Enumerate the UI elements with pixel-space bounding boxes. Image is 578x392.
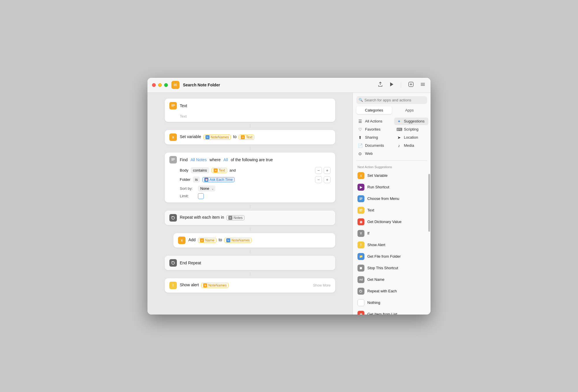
scripting-icon: ⌨ <box>397 127 402 132</box>
find-all-notes-chip[interactable]: All Notes <box>190 157 207 162</box>
suggestion-show-alert[interactable]: ! Show Alert <box>355 239 428 251</box>
choose-menu-sugg-label: Choose from Menu <box>367 196 399 201</box>
note-names-chip-2[interactable]: NNoteNames <box>224 238 252 243</box>
cond-1-actions: − + <box>315 167 331 174</box>
sort-label: Sort by: <box>180 186 196 191</box>
text-var-chip-1[interactable]: ≡Text <box>239 135 254 140</box>
text-var-chip-cond[interactable]: ≡Text <box>212 168 227 173</box>
suggestion-stop-shortcut[interactable]: ⏹ Stop This Shortcut <box>355 262 428 274</box>
run-button[interactable] <box>389 81 394 89</box>
cond-2-add-btn[interactable]: + <box>324 176 331 183</box>
repeat-icon <box>169 214 177 222</box>
cond-2-remove-btn[interactable]: − <box>315 176 322 183</box>
sidebar-item-location[interactable]: ➤ Location <box>394 134 429 141</box>
text-action-placeholder[interactable]: Text <box>165 113 335 122</box>
sidebar-item-documents[interactable]: 📄 Documents <box>355 142 390 149</box>
limit-toggle[interactable] <box>198 193 204 199</box>
connector-3 <box>165 205 335 208</box>
add-variable-label: Add xName to NNoteNames <box>188 237 252 243</box>
end-repeat-label: End Repeat <box>180 261 201 265</box>
cond-1-add-btn[interactable]: + <box>324 167 331 174</box>
suggestion-set-variable[interactable]: x Set Variable <box>355 170 428 181</box>
ask-each-time-chip[interactable]: ⏰Ask Each Time <box>202 177 235 182</box>
settings-button[interactable] <box>420 81 426 89</box>
minimize-button[interactable] <box>158 83 162 87</box>
connector-6 <box>165 272 335 276</box>
find-all-chip[interactable]: All <box>223 157 228 162</box>
sidebar-search-area <box>353 93 431 106</box>
suggestion-get-dict-value[interactable]: ◉ Get Dictionary Value <box>355 216 428 228</box>
all-actions-icon: ☰ <box>357 119 363 124</box>
maximize-button[interactable] <box>164 83 168 87</box>
cond-1-remove-btn[interactable]: − <box>315 167 322 174</box>
name-var-chip[interactable]: xName <box>198 238 216 243</box>
svg-rect-6 <box>171 159 175 160</box>
run-shortcut-sugg-label: Run Shortcut <box>367 185 389 189</box>
note-names-alert-chip[interactable]: NNoteNames <box>201 283 229 288</box>
sidebar-item-scripting[interactable]: ⌨ Scripting <box>394 126 429 133</box>
find-notes-title: Find All Notes where All of the followin… <box>180 157 273 162</box>
suggestion-get-file[interactable]: 📁 Get File from Folder <box>355 251 428 262</box>
text-action-title: Text <box>180 103 187 108</box>
suggestion-get-name[interactable]: Ad Get Name <box>355 274 428 285</box>
sidebar-item-media[interactable]: ♪ Media <box>394 142 429 149</box>
content-area: Text Text x Set variable NNoteNames <box>147 93 431 315</box>
sidebar-scrollbar[interactable] <box>428 162 430 315</box>
text-action-header: Text <box>165 99 335 113</box>
sort-select-wrap[interactable]: None <box>198 185 215 192</box>
sidebar-item-sharing[interactable]: ⬆ Sharing <box>355 134 390 141</box>
svg-rect-8 <box>360 198 362 198</box>
show-alert-sugg-label: Show Alert <box>367 243 385 247</box>
suggestion-nothing[interactable]: Nothing <box>355 297 428 309</box>
location-label: Location <box>404 135 418 140</box>
get-name-sugg-icon: Ad <box>357 276 364 283</box>
find-options: Sort by: None Limit: <box>180 185 331 199</box>
share-button[interactable] <box>377 81 384 89</box>
search-wrap <box>356 96 427 104</box>
close-button[interactable] <box>152 83 156 87</box>
tab-apps[interactable]: Apps <box>392 106 427 114</box>
suggestion-text[interactable]: Text <box>355 205 428 216</box>
suggestions-icon: ✦ <box>397 119 402 124</box>
cond-contains-btn[interactable]: contains <box>191 167 209 173</box>
sidebar-item-web[interactable]: ⊙ Web <box>355 150 390 157</box>
svg-rect-7 <box>171 160 174 161</box>
add-action-button[interactable] <box>407 81 414 89</box>
tab-categories[interactable]: Categories <box>356 106 392 114</box>
svg-rect-9 <box>360 198 362 199</box>
sort-row: Sort by: None <box>180 185 331 192</box>
documents-icon: 📄 <box>357 143 363 148</box>
suggestion-choose-menu[interactable]: Choose from Menu <box>355 193 428 205</box>
cond-is-btn[interactable]: is <box>193 177 200 183</box>
suggestions-label: Suggestions <box>404 119 425 123</box>
suggestion-run-shortcut[interactable]: ▶ Run Shortcut <box>355 181 428 193</box>
set-variable-header: x Set variable NNoteNames to ≡Text <box>165 130 335 144</box>
suggestion-if[interactable]: Y If <box>355 228 428 239</box>
sort-select[interactable]: None <box>198 185 215 192</box>
stop-sugg-label: Stop This Shortcut <box>367 266 398 270</box>
sidebar-item-all-actions[interactable]: ☰ All Actions <box>355 118 390 125</box>
suggestion-repeat-each[interactable]: Repeat with Each <box>355 285 428 297</box>
sidebar-tabs: Categories Apps <box>353 106 431 116</box>
note-names-chip-1[interactable]: NNoteNames <box>203 135 231 140</box>
search-input[interactable] <box>356 96 427 104</box>
show-more-button[interactable]: Show More <box>313 283 331 287</box>
suggestion-get-item-list[interactable]: ◉ Get Item from List <box>355 309 428 315</box>
get-item-list-sugg-icon: ◉ <box>357 311 364 315</box>
set-variable-icon: x <box>169 133 177 141</box>
find-notes-icon <box>169 156 177 164</box>
sidebar-item-suggestions[interactable]: ✦ Suggestions <box>394 118 429 125</box>
show-alert-icon: ! <box>169 282 177 289</box>
sidebar-item-favorites[interactable]: ♡ Favorites <box>355 126 390 133</box>
svg-rect-12 <box>360 210 362 211</box>
show-alert-label: Show alert NNoteNames <box>180 283 229 288</box>
all-actions-label: All Actions <box>365 119 382 123</box>
set-variable-sugg-label: Set Variable <box>367 173 388 178</box>
notes-var-chip[interactable]: ≡Notes <box>226 215 244 220</box>
sidebar-scrollbar-thumb[interactable] <box>428 174 430 232</box>
cond-folder-label: Folder <box>180 177 190 182</box>
media-label: Media <box>404 143 414 148</box>
end-repeat-icon <box>169 259 177 267</box>
if-sugg-label: If <box>367 231 369 235</box>
web-label: Web <box>365 151 373 156</box>
